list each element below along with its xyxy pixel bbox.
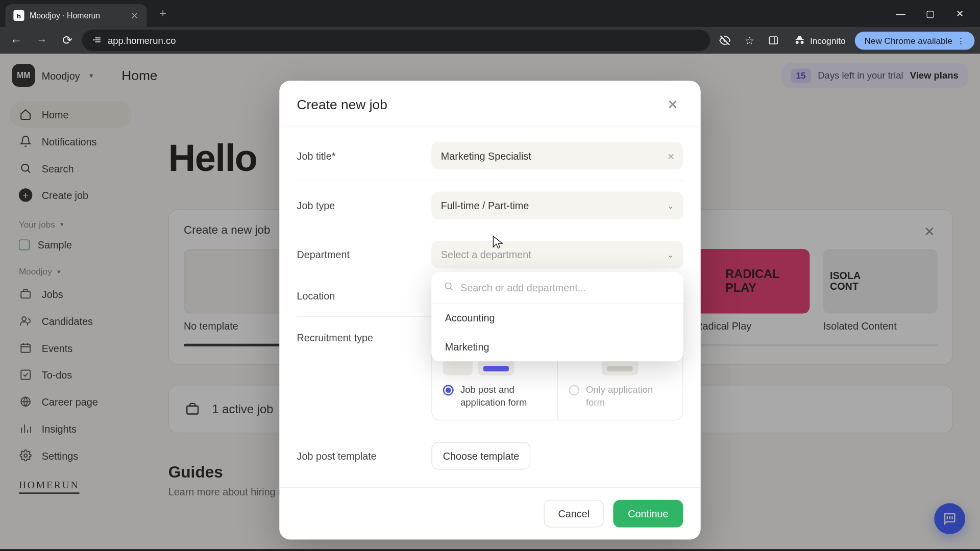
chevron-down-icon: ⌄ [667, 250, 674, 259]
job-title-input[interactable] [431, 142, 683, 169]
tab-close-icon[interactable]: ✕ [131, 10, 139, 21]
dropdown-search-input[interactable] [460, 282, 671, 293]
window-close-icon[interactable]: ✕ [945, 3, 974, 24]
label-location: Location [297, 290, 432, 301]
browser-tab[interactable]: h Moodjoy · Homerun ✕ [6, 4, 147, 27]
label-job-title: Job title* [297, 150, 432, 161]
radio-unselected-icon [569, 385, 579, 395]
new-tab-button[interactable]: + [154, 4, 173, 23]
label-template: Job post template [297, 450, 432, 461]
cancel-button[interactable]: Cancel [544, 499, 604, 527]
incognito-indicator[interactable]: Incognito [787, 34, 852, 46]
chrome-update-button[interactable]: New Chrome available ⋮ [855, 31, 974, 49]
choose-template-button[interactable]: Choose template [431, 442, 530, 469]
search-icon [444, 281, 454, 293]
modal-title: Create new job [297, 96, 387, 112]
chevron-down-icon: ⌄ [667, 201, 674, 210]
department-select[interactable]: Select a department ⌄ [431, 241, 683, 268]
create-job-modal: Create new job ✕ Job title* ✕ Job type F… [279, 81, 700, 539]
app-page: MM Moodjoy ▼ Home 15 Days left in your t… [0, 54, 980, 549]
browser-toolbar: ← → ⟳ app.homerun.co ☆ Incognito New Chr… [0, 27, 980, 54]
department-dropdown: Accounting Marketing [431, 272, 683, 361]
dropdown-option-accounting[interactable]: Accounting [431, 304, 683, 333]
label-department: Department [297, 249, 432, 260]
dropdown-option-marketing[interactable]: Marketing [431, 332, 683, 361]
label-recruitment: Recruitment type [297, 332, 432, 343]
svg-rect-4 [770, 37, 778, 44]
bookmark-star-icon[interactable]: ☆ [739, 30, 760, 51]
favicon: h [13, 10, 24, 21]
modal-close-button[interactable]: ✕ [663, 94, 683, 115]
nav-forward-icon[interactable]: → [31, 30, 53, 51]
job-type-select[interactable]: Full-time / Part-time ⌄ [431, 192, 683, 219]
nav-back-icon[interactable]: ← [6, 30, 27, 51]
svg-point-23 [445, 283, 451, 289]
nav-reload-icon[interactable]: ⟳ [57, 30, 78, 51]
clear-input-icon[interactable]: ✕ [667, 151, 675, 161]
panel-icon[interactable] [763, 30, 785, 51]
radio-selected-icon [443, 385, 454, 395]
address-bar[interactable]: app.homerun.co [82, 30, 710, 51]
site-settings-icon[interactable] [91, 35, 101, 46]
svg-rect-2 [95, 39, 100, 40]
tab-title: Moodjoy · Homerun [30, 11, 125, 20]
window-minimize-icon[interactable]: — [886, 3, 915, 24]
browser-tab-strip: h Moodjoy · Homerun ✕ + — ▢ ✕ [0, 0, 980, 27]
dropdown-search [431, 272, 683, 304]
window-maximize-icon[interactable]: ▢ [915, 3, 945, 24]
modal-overlay[interactable]: Create new job ✕ Job title* ✕ Job type F… [0, 54, 980, 549]
svg-point-0 [93, 39, 94, 40]
menu-dots-icon: ⋮ [957, 35, 965, 45]
continue-button[interactable]: Continue [613, 499, 683, 527]
svg-rect-3 [95, 41, 100, 42]
svg-line-24 [451, 288, 453, 290]
svg-rect-1 [95, 37, 100, 38]
eye-off-icon[interactable] [715, 30, 736, 51]
label-job-type: Job type [297, 200, 432, 211]
url-text: app.homerun.co [108, 35, 176, 46]
